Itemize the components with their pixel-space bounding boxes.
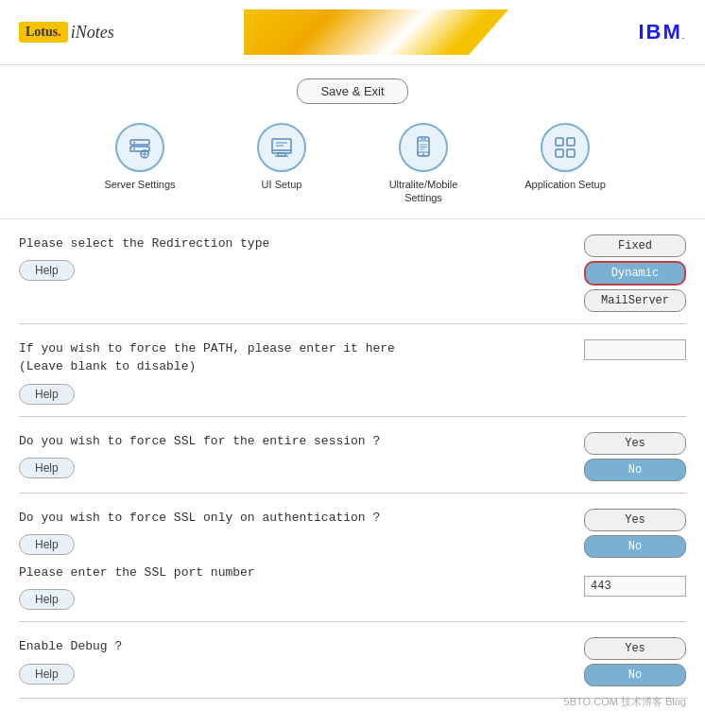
debug-no[interactable]: No xyxy=(584,664,686,686)
enable-debug-row: Enable Debug ? Help Yes No xyxy=(19,637,686,686)
option-fixed[interactable]: Fixed xyxy=(584,234,686,257)
redirection-type-options: Fixed Dynamic MailServer xyxy=(573,234,686,312)
ibm-text: IBM xyxy=(638,20,681,43)
content-area: Please select the Redirection type Help … xyxy=(0,219,705,700)
lotus-text: Lotus xyxy=(26,25,58,39)
force-ssl-session-question: Do you wish to force SSL for the entire … xyxy=(19,432,573,451)
ui-setup-label: UI Setup xyxy=(262,178,302,191)
force-ssl-auth-help-button[interactable]: Help xyxy=(19,534,75,555)
debug-yes[interactable]: Yes xyxy=(584,637,686,660)
ibm-logo: IBM. xyxy=(638,20,686,44)
redirection-type-help-button[interactable]: Help xyxy=(19,260,75,281)
svg-rect-23 xyxy=(556,149,563,157)
force-ssl-auth-options: Yes No xyxy=(573,509,686,558)
enable-debug-left: Enable Debug ? Help xyxy=(19,637,573,685)
force-ssl-session-left: Do you wish to force SSL for the entire … xyxy=(19,432,573,479)
ssl-auth-yes[interactable]: Yes xyxy=(584,509,686,531)
nav-item-ultralite-mobile[interactable]: Ultralite/Mobile Settings xyxy=(381,123,466,205)
ui-setup-icon-circle xyxy=(257,123,306,172)
force-ssl-session-row: Do you wish to force SSL for the entire … xyxy=(19,432,686,481)
svg-point-3 xyxy=(133,148,135,150)
ui-setup-icon xyxy=(268,134,295,161)
redirection-type-question: Please select the Redirection type xyxy=(19,234,573,253)
svg-rect-24 xyxy=(567,149,575,157)
banner-stripe xyxy=(244,9,508,55)
svg-rect-21 xyxy=(556,138,563,146)
application-setup-label: Application Setup xyxy=(524,178,606,191)
ssl-port-row: Please enter the SSL port number Help xyxy=(19,563,686,611)
section-force-ssl-session: Do you wish to force SSL for the entire … xyxy=(19,417,686,494)
mobile-icon xyxy=(410,134,437,161)
svg-point-2 xyxy=(133,142,135,144)
section-redirection-type: Please select the Redirection type Help … xyxy=(19,219,686,324)
lotus-logo: Lotus. xyxy=(19,22,68,43)
enable-debug-question: Enable Debug ? xyxy=(19,637,573,656)
inotes-text: iNotes xyxy=(71,23,114,43)
save-exit-button[interactable]: Save & Exit xyxy=(297,78,407,104)
lotus-dot: . xyxy=(58,25,61,39)
force-path-question: If you wish to force the PATH, please en… xyxy=(19,339,573,376)
force-ssl-session-help-button[interactable]: Help xyxy=(19,458,75,478)
ssl-port-input[interactable] xyxy=(584,576,686,597)
application-setup-icon-circle xyxy=(541,123,590,172)
save-area: Save & Exit xyxy=(0,65,705,113)
force-path-left: If you wish to force the PATH, please en… xyxy=(19,339,573,405)
server-settings-label: Server Settings xyxy=(104,178,175,191)
enable-debug-help-button[interactable]: Help xyxy=(19,664,75,685)
force-path-input[interactable] xyxy=(584,339,686,360)
ssl-port-input-area xyxy=(584,576,686,597)
option-mailserver[interactable]: MailServer xyxy=(584,289,686,312)
force-path-row: If you wish to force the PATH, please en… xyxy=(19,339,686,405)
force-ssl-session-options: Yes No xyxy=(573,432,686,481)
ssl-session-no[interactable]: No xyxy=(584,459,686,481)
nav-item-application-setup[interactable]: Application Setup xyxy=(523,123,608,205)
logo-container: Lotus. iNotes xyxy=(19,22,114,43)
svg-rect-22 xyxy=(567,138,575,146)
ssl-port-left: Please enter the SSL port number Help xyxy=(19,563,255,611)
section-force-path: If you wish to force the PATH, please en… xyxy=(19,324,686,417)
force-path-help-button[interactable]: Help xyxy=(19,384,75,405)
ibm-period: . xyxy=(682,32,686,41)
server-settings-icon-circle xyxy=(115,123,164,172)
force-ssl-auth-question: Do you wish to force SSL only on authent… xyxy=(19,509,573,528)
ssl-auth-no[interactable]: No xyxy=(584,535,686,558)
nav-icons: Server Settings UI Setup xyxy=(0,113,705,219)
force-ssl-auth-left: Do you wish to force SSL only on authent… xyxy=(19,509,573,556)
nav-item-server-settings[interactable]: Server Settings xyxy=(97,123,182,205)
nav-item-ui-setup[interactable]: UI Setup xyxy=(239,123,324,205)
enable-debug-options: Yes No xyxy=(573,637,686,686)
ssl-session-yes[interactable]: Yes xyxy=(584,432,686,455)
server-settings-icon xyxy=(127,134,153,161)
section-force-ssl-auth: Do you wish to force SSL only on authent… xyxy=(19,494,686,623)
redirection-type-left: Please select the Redirection type Help xyxy=(19,234,573,282)
app-setup-icon xyxy=(552,134,578,161)
option-dynamic[interactable]: Dynamic xyxy=(584,261,686,286)
svg-point-16 xyxy=(422,154,424,156)
force-path-input-area xyxy=(573,339,686,360)
redirection-type-row: Please select the Redirection type Help … xyxy=(19,234,686,312)
ssl-port-question: Please enter the SSL port number xyxy=(19,563,255,582)
force-ssl-auth-row: Do you wish to force SSL only on authent… xyxy=(19,509,686,558)
section-enable-debug: Enable Debug ? Help Yes No xyxy=(19,622,686,699)
header: Lotus. iNotes IBM. xyxy=(0,0,705,65)
ultralite-mobile-icon-circle xyxy=(399,123,448,172)
ultralite-mobile-label: Ultralite/Mobile Settings xyxy=(389,178,458,205)
ssl-port-help-button[interactable]: Help xyxy=(19,589,75,610)
watermark: 5BTO.COM 技术博客 Blog xyxy=(564,695,686,709)
svg-rect-13 xyxy=(418,137,429,156)
